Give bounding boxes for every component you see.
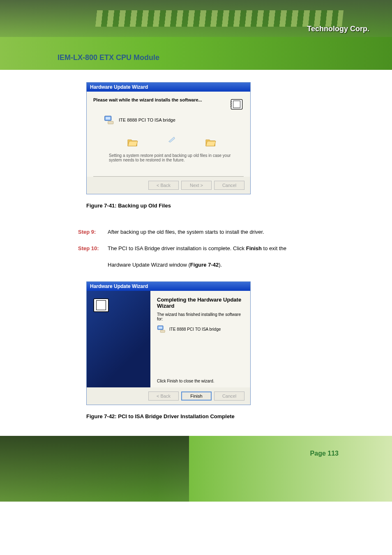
wizard-heading-text: Please wait while the wizard installs th… <box>93 97 202 102</box>
svg-rect-2 <box>106 117 110 120</box>
module-title: IEM-LX-800 ETX CPU Module <box>58 53 159 62</box>
wizard-body: Please wait while the wizard installs th… <box>87 92 250 177</box>
step-text-part: to exit the <box>262 245 286 251</box>
driver-name-text: ITE 8888 PCI TO ISA bridge <box>169 327 221 332</box>
progress-animation <box>104 138 240 147</box>
page-content: Hardware Update Wizard Please wait while… <box>0 70 392 419</box>
step-9: Step 9: After backing up the old files, … <box>78 225 376 239</box>
wizard-titlebar: Hardware Update Wizard <box>87 282 250 291</box>
step-label: Step 9: <box>78 225 108 239</box>
next-button[interactable]: Next > <box>181 181 212 190</box>
computer-icon <box>157 325 166 334</box>
svg-rect-6 <box>158 327 162 329</box>
page-number: Page 113 <box>310 450 339 457</box>
wizard-sidebar-graphic <box>87 291 150 387</box>
cancel-button[interactable]: Cancel <box>214 391 244 401</box>
flying-paper-icon <box>167 135 176 144</box>
step-10-continuation: Hardware Update Wizard window (Figure 7-… <box>108 258 376 272</box>
hardware-update-wizard-complete: Hardware Update Wizard Completing the Ha… <box>86 281 251 405</box>
finish-button[interactable]: Finish <box>181 391 212 401</box>
restore-status-text: Setting a system restore point and backi… <box>104 153 240 168</box>
page-footer: Page 113 <box>0 436 392 502</box>
wizard-complete-subtitle: The wizard has finished installing the s… <box>157 312 244 321</box>
chip-icon <box>230 97 244 111</box>
figure-ref: Figure 7-42 <box>190 262 219 268</box>
close-wizard-text: Click Finish to close the wizard. <box>157 379 244 383</box>
wizard-complete-title: Completing the Hardware Update Wizard <box>157 297 244 309</box>
wizard-body: Completing the Hardware Update Wizard Th… <box>87 291 250 387</box>
step-text: The PCI to ISA Bridge driver installatio… <box>108 242 286 256</box>
wizard-button-row: < Back Next > Cancel <box>87 177 250 194</box>
back-button[interactable]: < Back <box>148 391 179 401</box>
svg-rect-7 <box>160 330 165 333</box>
folder-open-icon <box>205 138 217 147</box>
step-text: After backing up the old files, the syst… <box>108 225 264 239</box>
figure-caption-2: Figure 7-42: PCI to ISA Bridge Driver In… <box>86 413 376 419</box>
step-text-part: Hardware Update Wizard window ( <box>108 262 190 268</box>
wizard-titlebar: Hardware Update Wizard <box>87 83 250 92</box>
step-text-part: ). <box>219 262 222 268</box>
driver-name-text: ITE 8888 PCI TO ISA bridge <box>119 117 175 122</box>
step-label: Step 10: <box>78 242 108 256</box>
hardware-update-wizard-installing: Hardware Update Wizard Please wait while… <box>86 82 251 194</box>
step-text-part: The PCI to ISA Bridge driver installatio… <box>108 245 246 251</box>
page-header: Technology Corp. IEM-LX-800 ETX CPU Modu… <box>0 0 392 70</box>
back-button[interactable]: < Back <box>148 181 179 190</box>
svg-rect-3 <box>108 121 113 124</box>
computer-icon <box>104 115 115 125</box>
wizard-button-row: < Back Finish Cancel <box>87 387 250 405</box>
figure-caption-1: Figure 7-41: Backing up Old Files <box>86 203 376 209</box>
finish-ref: Finish <box>246 245 262 251</box>
cancel-button[interactable]: Cancel <box>214 181 244 190</box>
step-10: Step 10: The PCI to ISA Bridge driver in… <box>78 242 376 256</box>
chip-icon <box>92 297 110 314</box>
brand-text: Technology Corp. <box>307 25 369 33</box>
folder-open-icon <box>127 138 138 147</box>
